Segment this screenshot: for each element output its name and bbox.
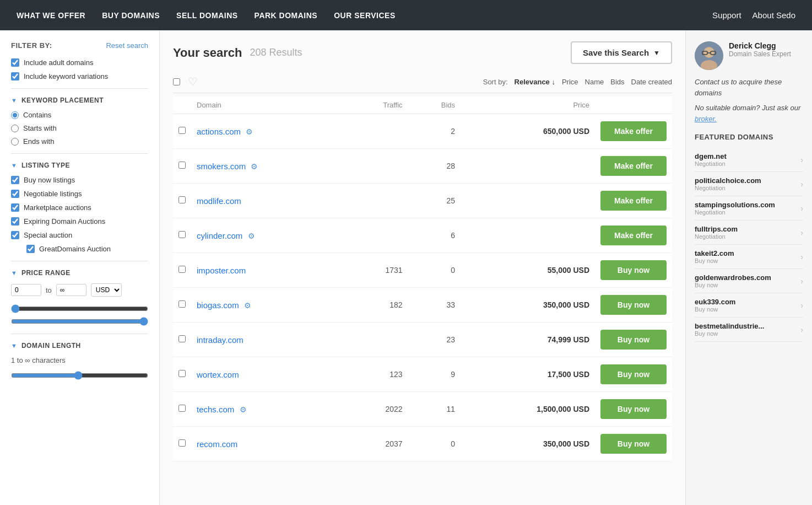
filter-title: FILTER BY:	[11, 41, 52, 50]
domain-link-4[interactable]: imposter.com	[197, 266, 246, 275]
negotiable-label: Negotiable listings	[24, 190, 82, 198]
featured-item[interactable]: bestmetalindustrie... Buy now ›	[695, 318, 803, 342]
row-checkbox-8[interactable]	[178, 405, 186, 412]
domain-length-text: 1 to ∞ characters	[11, 356, 148, 364]
featured-type-2: Negotiation	[695, 209, 775, 216]
buy-now-button-9[interactable]: Buy now	[600, 434, 667, 454]
price-to-input[interactable]	[56, 284, 86, 296]
make-offer-button-3[interactable]: Make offer	[600, 225, 667, 245]
expiring-checkbox[interactable]	[11, 217, 19, 225]
domain-link-9[interactable]: recom.com	[197, 439, 237, 449]
row-checkbox-9[interactable]	[178, 439, 186, 447]
select-all-checkbox[interactable]	[173, 78, 180, 85]
include-adult-checkbox[interactable]	[11, 58, 19, 67]
buy-now-button-6[interactable]: Buy now	[600, 330, 667, 350]
make-offer-button-1[interactable]: Make offer	[600, 156, 667, 176]
table-row: imposter.com 1731 0 55,000 USD Buy now	[173, 253, 672, 288]
domain-link-7[interactable]: wortex.com	[197, 370, 239, 379]
table-row: recom.com 2037 0 350,000 USD Buy now	[173, 427, 672, 461]
domain-name-8: techs.com ⚙	[191, 392, 344, 427]
greatdomains-checkbox[interactable]	[26, 245, 35, 253]
featured-item[interactable]: takeit2.com Buy now ›	[695, 245, 803, 269]
domain-length-header[interactable]: ▼ DOMAIN LENGTH	[11, 342, 148, 350]
featured-item[interactable]: goldenwardrobes.com Buy now ›	[695, 269, 803, 293]
marketplace-checkbox[interactable]	[11, 203, 19, 212]
buy-now-button-5[interactable]: Buy now	[600, 295, 667, 315]
listing-type-header[interactable]: ▼ LISTING TYPE	[11, 162, 148, 169]
table-toolbar: ♡ Sort by: Relevance ↓ Price Name Bids D…	[173, 75, 672, 93]
contains-item: Contains	[11, 111, 148, 119]
featured-item[interactable]: euk339.com Buy now ›	[695, 293, 803, 318]
action-col-6: Buy now	[595, 323, 672, 357]
featured-item[interactable]: fulltrips.com Negotiation ›	[695, 221, 803, 245]
price-2	[461, 184, 595, 218]
nav-park-domains[interactable]: PARK DOMAINS	[255, 11, 318, 20]
row-checkbox-2[interactable]	[178, 196, 186, 203]
row-checkbox-4[interactable]	[178, 266, 186, 273]
featured-type-3: Negotiation	[695, 233, 738, 240]
price-range-header[interactable]: ▼ PRICE RANGE	[11, 269, 148, 277]
nav-sell-domains[interactable]: SELL DOMAINS	[176, 11, 238, 20]
action-col-8: Buy now	[595, 392, 672, 427]
top-nav: WHAT WE OFFER BUY DOMAINS SELL DOMAINS P…	[0, 0, 812, 30]
table-row: smokers.com ⚙ 28 Make offer	[173, 149, 672, 184]
special-checkbox[interactable]	[11, 231, 19, 239]
make-offer-button-0[interactable]: Make offer	[600, 121, 667, 141]
keyword-placement-label: KEYWORD PLACEMENT	[21, 96, 104, 104]
row-checkbox-5[interactable]	[178, 300, 186, 308]
price-range-slider-left[interactable]	[11, 304, 148, 313]
reset-search-link[interactable]: Reset search	[106, 41, 148, 50]
traffic-0	[344, 114, 408, 149]
row-checkbox-3[interactable]	[178, 231, 186, 238]
buy-now-button-4[interactable]: Buy now	[600, 260, 667, 280]
contains-radio[interactable]	[11, 111, 19, 119]
domain-name-7: wortex.com	[191, 357, 344, 392]
nav-what-we-offer[interactable]: WHAT WE OFFER	[17, 11, 85, 20]
gear-icon: ⚙	[246, 127, 253, 136]
featured-domain-0: dgem.net	[695, 152, 727, 160]
domain-link-8[interactable]: techs.com	[197, 405, 234, 414]
nav-about-sedo[interactable]: About Sedo	[753, 10, 795, 20]
sort-name[interactable]: Name	[585, 78, 604, 86]
row-checkbox-0[interactable]	[178, 127, 186, 134]
ends-with-radio[interactable]	[11, 138, 19, 146]
sort-bids[interactable]: Bids	[610, 78, 624, 86]
favorite-icon[interactable]: ♡	[188, 75, 198, 88]
currency-select[interactable]: USD EUR	[91, 283, 122, 297]
nav-our-services[interactable]: OUR SERVICES	[334, 11, 396, 20]
featured-item[interactable]: dgem.net Negotiation ›	[695, 148, 803, 172]
domain-length-slider[interactable]	[11, 371, 148, 380]
sort-relevance[interactable]: Relevance ↓	[515, 78, 555, 86]
price-from-input[interactable]	[11, 284, 41, 296]
nav-buy-domains[interactable]: BUY DOMAINS	[102, 11, 160, 20]
row-checkbox-6[interactable]	[178, 335, 186, 342]
include-keyword-label: Include keyword variations	[24, 72, 108, 80]
save-search-button[interactable]: Save this Search ▼	[571, 41, 672, 64]
featured-item[interactable]: stampingsolutions.com Negotiation ›	[695, 196, 803, 221]
sort-price[interactable]: Price	[562, 78, 578, 86]
row-checkbox-7[interactable]	[178, 370, 186, 377]
make-offer-button-2[interactable]: Make offer	[600, 191, 667, 211]
nav-support[interactable]: Support	[712, 10, 741, 20]
chevron-right-icon: ›	[800, 228, 803, 237]
domain-link-0[interactable]: actions.com	[197, 127, 241, 136]
row-checkbox-1[interactable]	[178, 162, 186, 169]
traffic-6	[344, 323, 408, 357]
buy-now-button-7[interactable]: Buy now	[600, 364, 667, 384]
domain-link-6[interactable]: intraday.com	[197, 335, 243, 345]
domain-link-2[interactable]: modlife.com	[197, 196, 241, 206]
domain-link-1[interactable]: smokers.com	[197, 162, 246, 171]
filter-header: FILTER BY: Reset search	[11, 41, 148, 50]
domain-link-5[interactable]: biogas.com	[197, 300, 239, 310]
broker-link[interactable]: broker.	[695, 115, 717, 123]
buy-now-button-8[interactable]: Buy now	[600, 399, 667, 419]
starts-with-radio[interactable]	[11, 125, 19, 132]
sort-date-created[interactable]: Date created	[631, 78, 672, 86]
negotiable-checkbox[interactable]	[11, 190, 19, 198]
keyword-placement-header[interactable]: ▼ KEYWORD PLACEMENT	[11, 96, 148, 104]
buy-now-checkbox[interactable]	[11, 176, 19, 184]
price-range-slider-right[interactable]	[11, 317, 148, 326]
include-keyword-checkbox[interactable]	[11, 72, 19, 80]
featured-item[interactable]: politicalchoice.com Negotiation ›	[695, 172, 803, 196]
domain-link-3[interactable]: cylinder.com	[197, 231, 242, 240]
